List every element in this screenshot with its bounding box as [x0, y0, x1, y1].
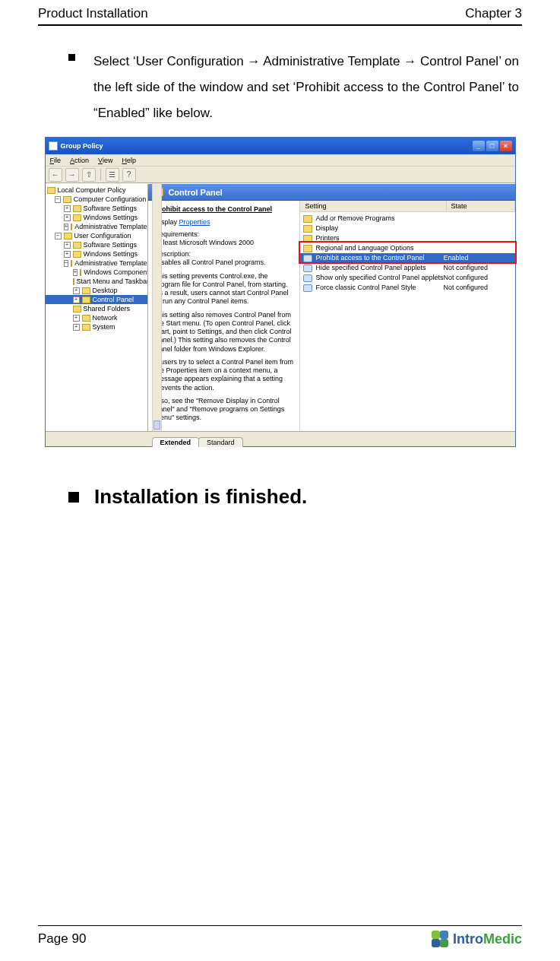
tree-cc-windows[interactable]: +Windows Settings: [46, 213, 148, 222]
description-label: Description:: [154, 250, 293, 258]
tree-scrollbar[interactable]: [152, 183, 162, 431]
maximize-button[interactable]: □: [486, 141, 498, 151]
list-header: Setting State: [300, 201, 514, 212]
tree-cc-software[interactable]: +Software Settings: [46, 204, 148, 213]
tree-network[interactable]: +Network: [46, 313, 148, 322]
tree-uc-admin[interactable]: −Administrative Templates: [46, 258, 148, 268]
list-item[interactable]: Force classic Control Panel StyleNot con…: [300, 283, 514, 293]
tree-uc-software[interactable]: +Software Settings: [46, 240, 148, 249]
list-item-prohibit-access[interactable]: Prohibit access to the Control PanelEnab…: [300, 253, 514, 263]
tree-computer-config[interactable]: −Computer Configuration: [46, 195, 148, 204]
minimize-button[interactable]: _: [473, 141, 485, 151]
setting-icon: [303, 265, 312, 272]
page-number: Page 90: [38, 931, 86, 947]
logo-mark-icon: [432, 931, 448, 947]
folder-icon: [303, 245, 312, 252]
group-policy-screenshot: Group Policy _ □ × File Action View Help…: [45, 137, 516, 447]
tree-uc-windows[interactable]: +Windows Settings: [46, 249, 148, 258]
folder-icon: [303, 225, 312, 233]
control-panel-header: Control Panel: [148, 184, 514, 201]
up-button[interactable]: ⇧: [82, 168, 96, 182]
setting-icon: [303, 274, 312, 282]
desc-p1: Disables all Control Panel programs.: [154, 258, 293, 267]
menu-action[interactable]: Action: [70, 157, 89, 164]
setting-icon: [303, 255, 312, 262]
header-rule: [38, 24, 522, 26]
folder-icon: [303, 215, 312, 223]
close-button[interactable]: ×: [500, 141, 512, 151]
instruction-text: Select ‘User Configuration → Administrat…: [93, 49, 519, 126]
list-item[interactable]: Hide specified Control Panel appletsNot …: [300, 263, 514, 273]
requirements-label: Requirements:: [154, 230, 293, 239]
window-title: Group Policy: [61, 142, 103, 150]
tree-shared-folders[interactable]: Shared Folders: [46, 304, 148, 313]
desc-p4: If users try to select a Control Panel i…: [154, 358, 293, 392]
tree-user-config[interactable]: −User Configuration: [46, 231, 148, 240]
help-button[interactable]: ?: [122, 168, 136, 182]
toolbar-sep: [100, 169, 101, 181]
properties-link[interactable]: Properties: [179, 218, 210, 226]
tree-control-panel[interactable]: +Control Panel: [46, 295, 148, 304]
bullet-icon: [68, 54, 75, 61]
settings-list-pane: Setting State Add or Remove Programs Dis…: [300, 201, 514, 431]
finished-bullet: Installation is finished.: [68, 485, 522, 509]
tab-extended[interactable]: Extended: [152, 437, 200, 447]
folder-icon: [303, 235, 312, 243]
desc-p5: Also, see the "Remove Display in Control…: [154, 397, 293, 423]
tab-standard[interactable]: Standard: [198, 437, 243, 447]
tree-system[interactable]: +System: [46, 322, 148, 331]
logo-text: IntroMedic: [453, 931, 522, 947]
menu-view[interactable]: View: [98, 157, 112, 164]
list-item[interactable]: Display: [300, 224, 514, 233]
bullet-icon: [68, 492, 79, 503]
tree-root[interactable]: Local Computer Policy: [46, 186, 148, 195]
tree-start-menu[interactable]: Start Menu and Taskbar: [46, 277, 148, 286]
setting-icon: [303, 284, 312, 292]
control-panel-title: Control Panel: [168, 188, 223, 197]
menu-file[interactable]: File: [50, 157, 62, 164]
tree-pane[interactable]: Local Computer Policy −Computer Configur…: [46, 184, 149, 431]
requirements-text: At least Microsoft Windows 2000: [154, 239, 293, 247]
intromedic-logo: IntroMedic: [432, 931, 522, 947]
tree-cc-admin[interactable]: +Administrative Templates: [46, 222, 148, 231]
properties-button[interactable]: ☰: [106, 168, 119, 182]
menu-help[interactable]: Help: [122, 157, 136, 164]
forward-button[interactable]: →: [65, 168, 79, 182]
tree-win-components[interactable]: +Windows Components: [46, 268, 148, 277]
list-item[interactable]: Show only specified Control Panel applet…: [300, 273, 514, 283]
window-titlebar: Group Policy _ □ ×: [46, 138, 515, 154]
list-item[interactable]: Add or Remove Programs: [300, 214, 514, 224]
list-item[interactable]: Regional and Language Options: [300, 243, 514, 253]
instruction-bullet: Select ‘User Configuration → Administrat…: [68, 49, 519, 126]
scroll-thumb[interactable]: [153, 420, 160, 430]
desc-p3: This setting also removes Control Panel …: [154, 311, 293, 354]
app-icon: [49, 141, 58, 151]
toolbar: ← → ⇧ ☰ ?: [46, 167, 515, 183]
tabs-row: Extended Standard: [46, 431, 515, 446]
setting-title: Prohibit access to the Control Panel: [154, 205, 293, 214]
menu-bar: File Action View Help: [46, 154, 515, 167]
col-state[interactable]: State: [447, 201, 515, 211]
description-pane: Prohibit access to the Control Panel Dis…: [148, 201, 300, 431]
finished-text: Installation is finished.: [94, 485, 307, 509]
header-left: Product Installation: [38, 6, 148, 21]
col-setting[interactable]: Setting: [300, 201, 446, 211]
page-footer: Page 90 IntroMedic: [38, 925, 522, 961]
header-right: Chapter 3: [465, 6, 522, 21]
desc-p2: This setting prevents Control.exe, the p…: [154, 272, 293, 306]
back-button[interactable]: ←: [49, 168, 62, 182]
list-item[interactable]: Printers: [300, 233, 514, 243]
tree-desktop[interactable]: +Desktop: [46, 286, 148, 295]
footer-rule: [38, 925, 522, 926]
